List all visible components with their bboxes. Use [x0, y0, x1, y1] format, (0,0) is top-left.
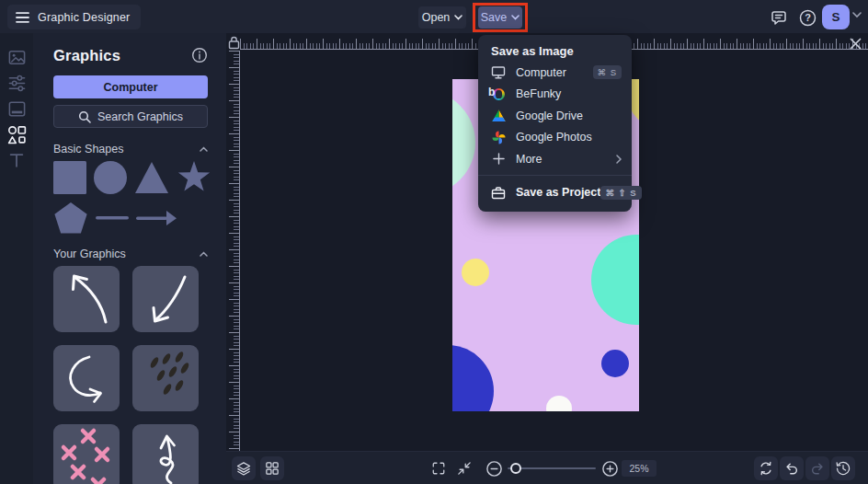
graphic-thumb-curved-arrow-down-left[interactable]: [132, 266, 199, 332]
panel-title: Graphics: [53, 47, 120, 64]
graphic-thumb-squiggle-arrow[interactable]: [132, 424, 199, 484]
menu-item-label: Computer: [516, 66, 593, 79]
vertical-ruler: [227, 51, 240, 451]
search-graphics-button[interactable]: Search Graphics: [53, 105, 208, 128]
reset-icon: [758, 460, 774, 477]
canvas-circle-mint-large[interactable]: [591, 235, 639, 325]
shape-circle[interactable]: [94, 161, 127, 194]
chevron-down-icon: [454, 15, 463, 20]
graphic-thumb-pink-crosses[interactable]: [53, 424, 120, 484]
arrow-shape-icon: [136, 211, 177, 225]
account-menu-button[interactable]: [852, 12, 862, 18]
templates-grid-button[interactable]: [260, 456, 284, 480]
open-button[interactable]: Open: [418, 6, 466, 29]
redo-button[interactable]: [805, 456, 829, 480]
zoom-out-button[interactable]: [482, 456, 506, 480]
save-button[interactable]: Save: [478, 6, 522, 29]
squiggle-arrow-icon: [132, 424, 199, 484]
menu-item-label: More: [516, 153, 616, 166]
zoom-out-icon: [485, 460, 503, 478]
fit-to-screen-icon: [456, 460, 473, 477]
rail-item-text[interactable]: [0, 147, 33, 173]
menu-item-google-photos[interactable]: Google Photos: [478, 127, 632, 149]
search-icon: [78, 110, 91, 123]
canvas-circle-white[interactable]: [546, 396, 572, 411]
menu-item-save-as-project[interactable]: Save as Project ⌘ ⇧ S: [478, 180, 632, 205]
plus-icon: [493, 153, 505, 165]
canvas-circle-yellow-small[interactable]: [462, 259, 489, 286]
close-rulers-button[interactable]: [850, 38, 862, 50]
feedback-chat-button[interactable]: [770, 8, 788, 27]
top-bar: Graphic Designer Open Save ? S: [0, 0, 868, 33]
canvas-circle-pale-mint[interactable]: [452, 90, 475, 195]
app-title: Graphic Designer: [38, 11, 130, 24]
menu-item-more[interactable]: More: [478, 148, 632, 170]
avatar[interactable]: S: [822, 5, 850, 29]
rail-item-graphics[interactable]: [0, 121, 33, 147]
your-graphics-label: Your Graphics: [53, 248, 126, 260]
fullscreen-button[interactable]: [427, 456, 451, 480]
zoom-slider-knob[interactable]: [510, 463, 521, 474]
text-tool-icon: [7, 151, 26, 169]
avatar-initial: S: [831, 10, 839, 24]
chevron-up-icon: [200, 146, 208, 152]
history-button[interactable]: [831, 456, 855, 480]
chevron-right-icon: [616, 155, 622, 164]
canvas-circle-blue-small[interactable]: [601, 350, 629, 377]
curved-arrow-down-left-icon: [132, 266, 199, 332]
section-your-graphics[interactable]: Your Graphics: [53, 246, 208, 262]
graphic-thumb-curved-arrow-up-left[interactable]: [53, 266, 120, 332]
rail-item-image[interactable]: [0, 44, 33, 70]
basic-shapes-label: Basic Shapes: [53, 143, 123, 156]
ruler-lock-button[interactable]: [228, 36, 241, 51]
triangle-shape-icon: [134, 161, 169, 194]
frame-icon: [7, 99, 27, 119]
fit-to-screen-button[interactable]: [452, 456, 476, 480]
menu-item-label: Google Drive: [516, 109, 622, 122]
menu-item-befunky[interactable]: b BeFunky: [478, 84, 632, 106]
chat-icon: [771, 10, 787, 26]
menu-item-label: BeFunky: [516, 87, 622, 100]
graphic-designer-app: Graphic Designer Open Save ? S: [0, 0, 868, 484]
undo-button[interactable]: [780, 456, 804, 480]
sliders-icon: [7, 74, 27, 93]
canvas-circle-blue-large[interactable]: [452, 345, 494, 411]
pink-crosses-icon: [53, 424, 120, 484]
curved-arrow-loop-icon: [53, 345, 120, 411]
shortcut-badge: ⌘ ⇧ S: [600, 186, 641, 200]
shape-triangle[interactable]: [134, 161, 169, 194]
befunky-b-glyph: b: [488, 86, 495, 98]
redo-icon: [809, 460, 826, 477]
zoom-level-field[interactable]: 25%: [622, 460, 657, 477]
reset-button[interactable]: [754, 456, 778, 480]
shape-star[interactable]: [177, 161, 211, 194]
main-menu-button[interactable]: Graphic Designer: [7, 5, 141, 29]
info-icon[interactable]: [191, 47, 208, 63]
menu-divider: [478, 175, 632, 176]
shape-pentagon[interactable]: [53, 202, 88, 235]
menu-item-google-drive[interactable]: Google Drive: [478, 105, 632, 127]
open-button-label: Open: [422, 11, 451, 24]
menu-item-label: Google Photos: [516, 131, 622, 144]
section-basic-shapes[interactable]: Basic Shapes: [53, 141, 208, 157]
graphic-thumb-ink-dashes[interactable]: [132, 345, 199, 411]
chevron-down-icon: [511, 15, 520, 20]
graphic-thumb-curved-arrow-loop[interactable]: [53, 345, 120, 411]
rail-item-edit[interactable]: [0, 70, 33, 96]
computer-upload-button[interactable]: Computer: [53, 75, 208, 98]
zoom-in-button[interactable]: [598, 456, 622, 480]
computer-icon: [491, 65, 506, 79]
search-graphics-label: Search Graphics: [97, 110, 183, 123]
svg-text:?: ?: [805, 12, 811, 23]
shape-arrow[interactable]: [136, 211, 177, 225]
layers-button[interactable]: [232, 456, 256, 480]
your-graphics-grid: [53, 266, 208, 484]
shape-square[interactable]: [53, 161, 86, 194]
save-dropdown-menu: Save as Image Computer ⌘ S b BeFunky: [478, 35, 632, 212]
curved-arrow-up-left-icon: [53, 266, 120, 332]
shape-line[interactable]: [96, 216, 129, 220]
help-button[interactable]: ?: [798, 8, 817, 27]
zoom-level-value: 25%: [629, 463, 648, 474]
menu-item-computer[interactable]: Computer ⌘ S: [478, 62, 632, 84]
rail-item-frames[interactable]: [0, 96, 33, 121]
